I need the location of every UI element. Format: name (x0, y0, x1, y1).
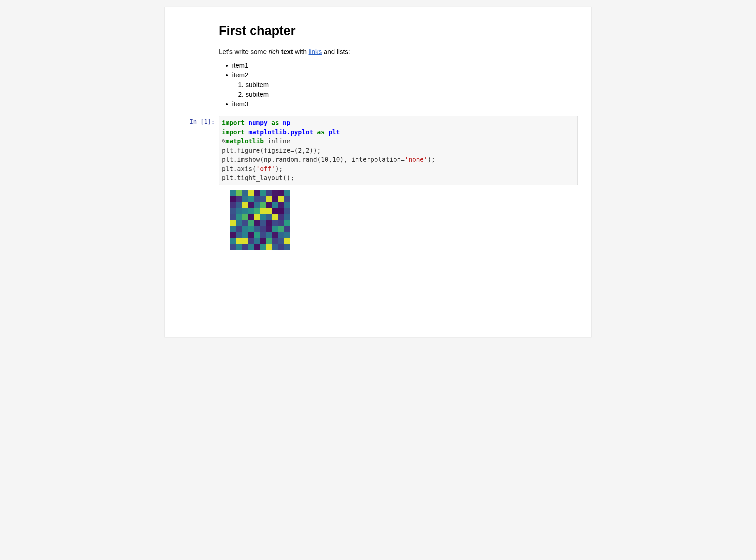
heatmap-pixel (230, 190, 236, 196)
heatmap-pixel (254, 232, 260, 238)
heatmap-pixel (260, 220, 266, 226)
heatmap-pixel (230, 238, 236, 244)
list-item: item1 (232, 62, 578, 69)
keyword-as: as (271, 119, 279, 126)
heatmap-pixel (284, 220, 290, 226)
heatmap-pixel (272, 214, 278, 220)
heatmap-pixel (236, 232, 242, 238)
string-off: 'off' (256, 165, 275, 172)
heatmap-pixel (284, 232, 290, 238)
heatmap-pixel (254, 214, 260, 220)
sublist-item: subitem (246, 81, 578, 89)
heatmap-pixel (266, 220, 272, 226)
code-line: plt.figure(figsize=(2,2)); (222, 147, 321, 154)
heatmap-pixel (230, 220, 236, 226)
prompt-empty (178, 17, 219, 113)
heatmap-pixel (272, 190, 278, 196)
heatmap-pixel (272, 238, 278, 244)
keyword-import: import (222, 128, 245, 136)
code-line: plt.tight_layout(); (222, 174, 294, 181)
heatmap-pixel (278, 214, 284, 220)
code-line: plt.axis( (222, 165, 256, 172)
heatmap-pixel (260, 196, 266, 202)
alias-plt: plt (328, 128, 340, 136)
heatmap-pixel (254, 196, 260, 202)
magic-matplotlib: matplotlib (226, 137, 264, 145)
heatmap-pixel (254, 226, 260, 232)
heatmap-pixel (242, 244, 248, 250)
heatmap-pixel (254, 208, 260, 214)
heatmap-pixel (278, 226, 284, 232)
heatmap-pixel (260, 214, 266, 220)
heatmap-pixel (242, 238, 248, 244)
heatmap-pixel (254, 202, 260, 208)
heatmap-pixel (248, 244, 254, 250)
heatmap-pixel (272, 226, 278, 232)
list-item-label: item2 (232, 71, 249, 79)
heatmap-pixel (272, 232, 278, 238)
heatmap-pixel (236, 214, 242, 220)
heatmap-pixel (230, 196, 236, 202)
code-cell: In [1]: import numpy as np import matplo… (178, 116, 578, 250)
markdown-cell: First chapter Let's write some rich text… (178, 17, 578, 113)
alias-np: np (283, 119, 290, 126)
heatmap-pixel (254, 190, 260, 196)
heatmap-pixel (230, 202, 236, 208)
heatmap-pixel (284, 244, 290, 250)
intro-strong: text (281, 48, 293, 55)
heatmap-pixel (236, 190, 242, 196)
heatmap-pixel (284, 190, 290, 196)
heatmap-pixel (284, 202, 290, 208)
list-item: item3 (232, 100, 578, 108)
intro-link[interactable]: links (309, 48, 322, 55)
heatmap-pixel (230, 214, 236, 220)
heatmap-pixel (278, 232, 284, 238)
heatmap-pixel (278, 196, 284, 202)
heatmap-pixel (272, 196, 278, 202)
sublist-item: subitem (246, 91, 578, 98)
heatmap-pixel (236, 196, 242, 202)
heatmap-pixel (260, 202, 266, 208)
heatmap-pixel (278, 202, 284, 208)
heatmap-pixel (248, 238, 254, 244)
keyword-import: import (222, 119, 245, 126)
heatmap-pixel (266, 238, 272, 244)
heatmap-pixel (266, 214, 272, 220)
intro-paragraph: Let's write some rich text with links an… (219, 48, 578, 56)
heatmap-pixel (272, 220, 278, 226)
heatmap-pixel (278, 208, 284, 214)
heatmap-pixel (266, 232, 272, 238)
heatmap-pixel (284, 214, 290, 220)
heatmap-pixel (284, 226, 290, 232)
intro-suffix: and lists: (322, 48, 350, 55)
input-prompt: In [1]: (178, 116, 219, 250)
heatmap-pixel (242, 190, 248, 196)
heatmap-pixel (284, 208, 290, 214)
heatmap-pixel (266, 226, 272, 232)
heatmap-pixel (230, 244, 236, 250)
ordered-sublist: subitem subitem (232, 81, 578, 98)
code-line-tail: ); (428, 156, 435, 163)
heatmap-pixel (260, 208, 266, 214)
heatmap-pixel (260, 190, 266, 196)
heatmap-pixel (254, 244, 260, 250)
heatmap-pixel (272, 202, 278, 208)
heatmap-pixel (254, 238, 260, 244)
module-matplotlib: matplotlib.pyplot (249, 128, 313, 136)
code-input-area[interactable]: import numpy as np import matplotlib.pyp… (219, 116, 578, 185)
heatmap-pixel (278, 190, 284, 196)
heatmap-pixel (248, 190, 254, 196)
heatmap-pixel (242, 232, 248, 238)
heatmap-pixel (248, 226, 254, 232)
heatmap-pixel (230, 232, 236, 238)
heatmap-pixel (278, 238, 284, 244)
heatmap-pixel (230, 226, 236, 232)
heatmap-pixel (242, 220, 248, 226)
heatmap-pixel (248, 214, 254, 220)
heatmap-pixel (272, 244, 278, 250)
heatmap-pixel (236, 238, 242, 244)
heatmap-pixel (260, 226, 266, 232)
heatmap-pixel (266, 244, 272, 250)
heatmap-pixel (248, 208, 254, 214)
imshow-output (230, 190, 290, 250)
